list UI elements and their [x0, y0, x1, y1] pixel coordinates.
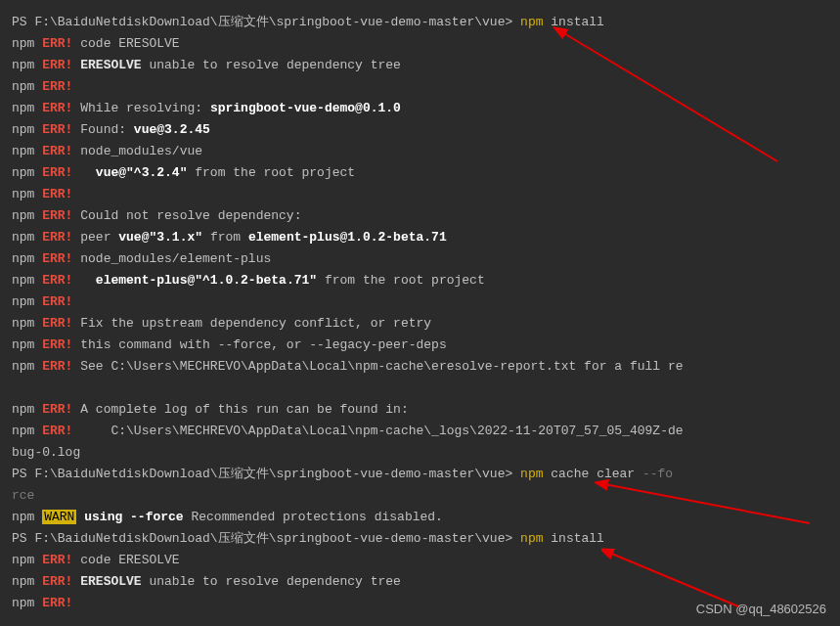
err-line: npm ERR! Could not resolve dependency: [12, 205, 828, 227]
warn-line: npm WARN using --force Recommended prote… [12, 507, 828, 528]
warn-tag: WARN [42, 510, 76, 524]
err-line: npm ERR! vue@"^3.2.4" from the root proj… [12, 162, 828, 184]
blank-line [12, 378, 828, 399]
cmd-install: install [551, 15, 604, 29]
err-line: npm ERR! C:\Users\MECHREVO\AppData\Local… [12, 421, 828, 442]
err-line: npm ERR! Fix the upstream dependency con… [12, 313, 828, 335]
err-tag: ERR! [42, 36, 72, 51]
watermark: CSDN @qq_48602526 [696, 599, 826, 620]
prompt-line-2: PS F:\BaiduNetdiskDownload\压缩文件\springbo… [12, 464, 828, 485]
err-line: npm ERR! node_modules/element-plus [12, 248, 828, 270]
err-line: npm ERR! [12, 184, 828, 205]
err-line: npm ERR! ERESOLVE unable to resolve depe… [12, 55, 828, 76]
cmd-npm: npm [520, 15, 543, 29]
prompt-line-3: PS F:\BaiduNetdiskDownload\压缩文件\springbo… [12, 528, 828, 550]
err-line: npm ERR! While resolving: springboot-vue… [12, 98, 828, 119]
prompt-path: PS F:\BaiduNetdiskDownload\压缩文件\springbo… [12, 15, 520, 29]
prompt-line-1: PS F:\BaiduNetdiskDownload\压缩文件\springbo… [12, 12, 828, 33]
err-line: npm ERR! A complete log of this run can … [12, 399, 828, 421]
err-line: npm ERR! code ERESOLVE [12, 33, 828, 55]
err-line: npm ERR! Found: vue@3.2.45 [12, 119, 828, 141]
err-line: npm ERR! element-plus@"^1.0.2-beta.71" f… [12, 270, 828, 291]
flag-wrap: rce [12, 485, 828, 507]
err-line: npm ERR! [12, 291, 828, 313]
err-line: npm ERR! [12, 76, 828, 98]
err-line: npm ERR! peer vue@"3.1.x" from element-p… [12, 227, 828, 248]
err-line: npm ERR! this command with --force, or -… [12, 335, 828, 356]
err-line: npm ERR! See C:\Users\MECHREVO\AppData\L… [12, 356, 828, 378]
err-line: npm ERR! node_modules/vue [12, 141, 828, 162]
log-wrap: bug-0.log [12, 442, 828, 464]
err-line: npm ERR! ERESOLVE unable to resolve depe… [12, 571, 828, 593]
err-line: npm ERR! code ERESOLVE [12, 550, 828, 571]
